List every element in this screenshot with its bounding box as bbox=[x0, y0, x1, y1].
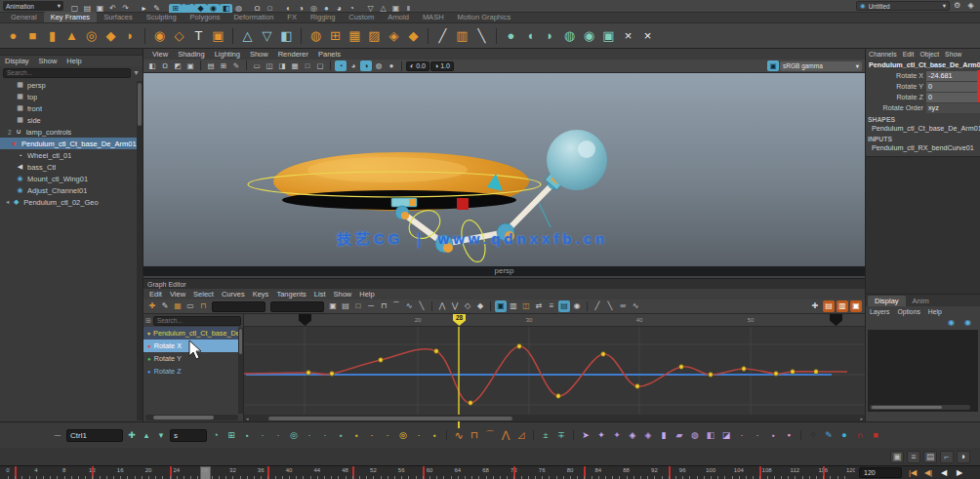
range-start-flag[interactable] bbox=[299, 314, 311, 326]
ease-curve-icon[interactable]: ⌒ bbox=[483, 429, 497, 442]
hook-icon[interactable]: ⌐ bbox=[940, 451, 954, 463]
gamma-field[interactable]: ◑ 1.0 bbox=[430, 61, 454, 71]
menu-renderer[interactable]: Renderer bbox=[273, 50, 313, 59]
joint-tool-icon[interactable]: △ bbox=[238, 26, 257, 45]
graph-channel-rotate-z[interactable]: ●Rotate Z bbox=[143, 365, 238, 378]
key-dot-2-icon[interactable]: · bbox=[365, 429, 379, 442]
layer-visibility-icon[interactable]: ◉ bbox=[945, 318, 958, 329]
select-camera-icon[interactable]: ◧ bbox=[146, 60, 158, 71]
stamp-brush-icon[interactable]: ◉ bbox=[580, 26, 598, 45]
channel-value[interactable]: -24.681 bbox=[926, 71, 980, 81]
keyframe-dot[interactable] bbox=[379, 358, 384, 363]
select-pointer-icon[interactable]: ➤ bbox=[579, 429, 592, 442]
pink-dot-3-icon[interactable]: ● bbox=[766, 429, 780, 442]
retime-tool-icon[interactable]: ⊓ bbox=[197, 300, 209, 312]
stack-down-icon[interactable]: ▾ bbox=[154, 429, 168, 442]
channel-row-rotate-order[interactable]: Rotate Orderxyz bbox=[866, 102, 980, 113]
pencil-curve-icon[interactable]: ◇ bbox=[170, 26, 188, 45]
spreadsheet-icon[interactable]: ▥ bbox=[508, 300, 519, 312]
viewport-canvas[interactable]: 技艺CG ｜ www.qdnxxfb.cn persp bbox=[143, 73, 865, 276]
region-keys-tool-icon[interactable]: ▭ bbox=[184, 300, 196, 312]
curve-tool-icon[interactable]: ◉ bbox=[150, 26, 169, 45]
scroll-right-arrow[interactable]: ▸ bbox=[860, 416, 863, 421]
dot-5-icon[interactable]: · bbox=[318, 429, 332, 442]
auto-tangent-icon[interactable]: ∿ bbox=[403, 300, 415, 312]
play-forwards-button[interactable]: ▶ bbox=[953, 467, 966, 479]
keyframe-dot[interactable] bbox=[601, 352, 606, 357]
menu-list[interactable]: List bbox=[310, 290, 330, 299]
denormalize-curves-icon[interactable]: ▥ bbox=[837, 300, 848, 312]
menu-options[interactable]: Options bbox=[893, 308, 923, 315]
dot-4-icon[interactable]: · bbox=[303, 429, 316, 442]
swap-icon[interactable]: ◆ bbox=[404, 26, 423, 45]
dot-6-icon[interactable]: ● bbox=[334, 429, 347, 442]
dot-ring-icon[interactable]: ◎ bbox=[287, 429, 301, 442]
curve-smoothness-icon[interactable]: ≡ bbox=[546, 300, 557, 312]
menu-show[interactable]: Show bbox=[34, 57, 62, 65]
gate-mask-icon[interactable]: ◨ bbox=[276, 60, 288, 71]
flat-tangent-icon[interactable]: ─ bbox=[365, 300, 377, 312]
menu-object[interactable]: Object bbox=[917, 51, 942, 58]
clamped-tangent-icon[interactable]: ▤ bbox=[340, 300, 351, 312]
char-a-icon[interactable]: ◈ bbox=[626, 429, 639, 442]
step-back-button[interactable]: ◀| bbox=[921, 467, 935, 479]
camera-attributes-icon[interactable]: ◩ bbox=[172, 60, 184, 71]
outliner-item-Mount_ctl_Wing01[interactable]: ◉Mount_ctl_Wing01 bbox=[0, 173, 137, 184]
menu-keys[interactable]: Keys bbox=[249, 290, 273, 299]
minus-plus-icon[interactable]: ∓ bbox=[554, 429, 568, 442]
keyframe-dot[interactable] bbox=[330, 372, 335, 377]
menu-edit[interactable]: Edit bbox=[145, 290, 166, 299]
film-gate-icon[interactable]: ▭ bbox=[251, 60, 263, 71]
orb-icon[interactable]: ◍ bbox=[688, 429, 702, 442]
graph-search-input[interactable] bbox=[153, 316, 241, 326]
graph-hscrollbar[interactable]: ◂ ▸ bbox=[244, 415, 865, 421]
spline-tangent-icon[interactable]: ▣ bbox=[327, 300, 339, 312]
stack-up-icon[interactable]: ▴ bbox=[140, 429, 153, 442]
stats-value-field[interactable] bbox=[270, 301, 324, 312]
graph-outliner-vscrollbar[interactable] bbox=[238, 328, 243, 414]
graph-outliner-hscrollbar[interactable] bbox=[145, 415, 238, 420]
tab-sculpting[interactable]: Sculpting bbox=[140, 12, 184, 22]
keyframe-dot[interactable] bbox=[434, 349, 439, 354]
field-chart-icon[interactable]: ▦ bbox=[289, 60, 301, 71]
outliner-item-side[interactable]: ▦side bbox=[0, 114, 137, 126]
plateau-tangent-icon[interactable]: ⌒ bbox=[390, 300, 402, 312]
keyframe-dot[interactable] bbox=[556, 394, 561, 399]
menu-help[interactable]: Help bbox=[355, 290, 378, 299]
add-key-icon[interactable]: ✚ bbox=[125, 429, 139, 442]
channel-value[interactable]: 0 bbox=[926, 93, 980, 102]
insert-keys-tool-icon[interactable]: ✎ bbox=[159, 300, 171, 312]
delete-icon[interactable]: × bbox=[638, 26, 657, 45]
tab-surfaces[interactable]: Surfaces bbox=[97, 12, 140, 22]
linear-tangent-icon[interactable]: □ bbox=[352, 300, 364, 312]
char-b-icon[interactable]: ◈ bbox=[641, 429, 655, 442]
outliner-item-front[interactable]: ▦front bbox=[0, 102, 137, 114]
channel-row-rotate-z[interactable]: Rotate Z0 bbox=[866, 92, 980, 102]
channel-row-rotate-x[interactable]: Rotate X-24.681 bbox=[866, 70, 980, 81]
layer-playback-icon[interactable]: ◉ bbox=[961, 318, 974, 329]
view-transform-dropdown[interactable]: sRGB gamma ▾ bbox=[780, 61, 862, 71]
tab-deformation[interactable]: Deformation bbox=[226, 12, 280, 22]
panel-b-icon[interactable]: ◪ bbox=[719, 429, 733, 442]
menu-select[interactable]: Select bbox=[189, 290, 218, 299]
outliner-item-lamp_controls[interactable]: 2∪lamp_controls bbox=[0, 126, 137, 138]
key-dot-4-icon[interactable]: · bbox=[412, 429, 426, 442]
section-tool-icon[interactable]: ╲ bbox=[472, 26, 491, 45]
range-end-flag[interactable] bbox=[830, 314, 842, 326]
menu-help[interactable]: Help bbox=[61, 57, 86, 65]
dot-1-icon[interactable]: ● bbox=[240, 429, 254, 442]
grid-b-icon[interactable]: ▦ bbox=[346, 26, 364, 45]
menu-layers[interactable]: Layers bbox=[866, 308, 893, 315]
outliner-search-input[interactable] bbox=[3, 68, 131, 78]
key-dot-3-icon[interactable]: · bbox=[381, 429, 394, 442]
claw-icon[interactable]: ∩ bbox=[853, 429, 867, 442]
tab-arnold[interactable]: Arnold bbox=[381, 12, 416, 22]
image-plane-icon[interactable]: ▤ bbox=[205, 60, 217, 71]
fan-icon[interactable]: ✣ bbox=[806, 429, 820, 442]
sculpt-brush-icon[interactable]: ● bbox=[502, 26, 520, 45]
pre-infinity-icon[interactable]: ∞ bbox=[617, 300, 629, 312]
saw-curve-icon[interactable]: ◿ bbox=[514, 429, 528, 442]
keyframe-dot[interactable] bbox=[679, 365, 684, 370]
workspace-dropdown[interactable]: ◉ Untitled ▾ bbox=[856, 1, 950, 11]
lattice-deform-keys-icon[interactable]: ▦ bbox=[172, 300, 184, 312]
